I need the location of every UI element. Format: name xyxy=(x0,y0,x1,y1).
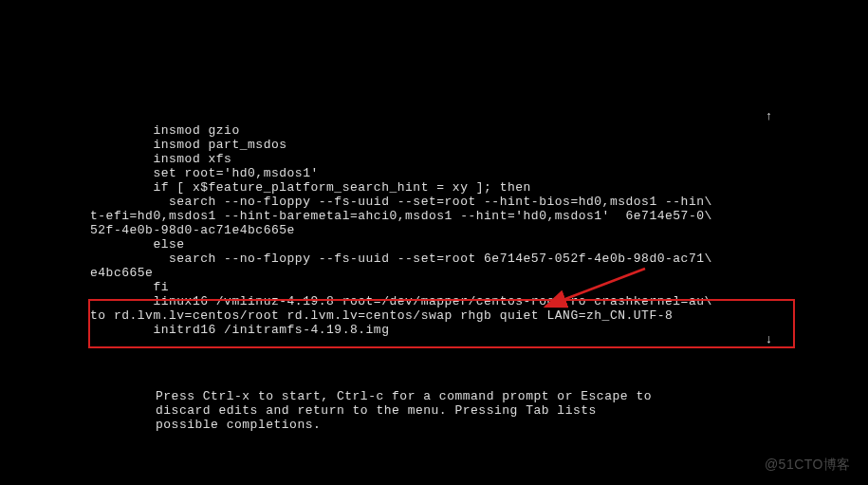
scroll-up-indicator: ↑ xyxy=(766,109,773,123)
grub-line: initrd16 /initramfs-4.19.8.img xyxy=(90,323,389,337)
grub-editor[interactable]: insmod gzio insmod part_msdos insmod xfs… xyxy=(90,109,792,337)
instruction-line: Press Ctrl-x to start, Ctrl-c for a comm… xyxy=(156,389,652,403)
grub-line: linux16 /vmlinuz-4.19.8 root=/dev/mapper… xyxy=(90,294,712,308)
instruction-line: possible completions. xyxy=(156,418,321,432)
grub-line: set root='hd0,msdos1' xyxy=(90,166,319,180)
grub-line: insmod gzio xyxy=(90,123,240,138)
grub-line: e4bc665e xyxy=(90,266,153,280)
grub-line: search --no-floppy --fs-uuid --set=root … xyxy=(90,195,712,209)
grub-line: t-efi=hd0,msdos1 --hint-baremetal=ahci0,… xyxy=(90,209,712,223)
grub-line: 52f-4e0b-98d0-ac71e4bc665e xyxy=(90,223,295,237)
grub-line: fi xyxy=(90,280,169,294)
grub-line: insmod part_msdos xyxy=(90,138,287,152)
instruction-line: discard edits and return to the menu. Pr… xyxy=(156,403,597,418)
grub-line: insmod xfs xyxy=(90,152,231,166)
grub-line: search --no-floppy --fs-uuid --set=root … xyxy=(90,252,712,266)
grub-line: else xyxy=(90,237,185,252)
grub-line: to rd.lvm.lv=centos/root rd.lvm.lv=cento… xyxy=(90,308,673,323)
watermark: @51CTO博客 xyxy=(765,457,851,474)
instructions: Press Ctrl-x to start, Ctrl-c for a comm… xyxy=(156,375,652,432)
grub-line: if [ x$feature_platform_search_hint = xy… xyxy=(90,180,531,195)
scroll-down-indicator: ↓ xyxy=(766,332,773,346)
